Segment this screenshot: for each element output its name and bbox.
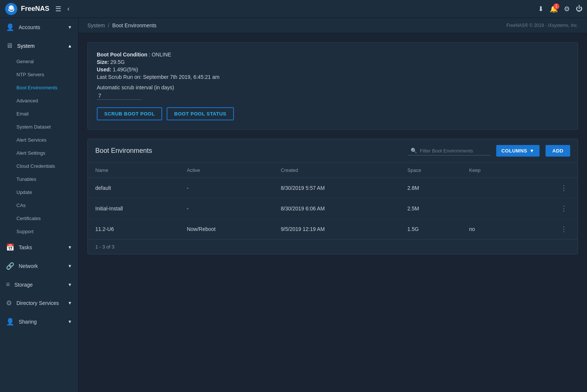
alert-services-label: Alert Services: [16, 137, 46, 143]
scrub-boot-pool-button[interactable]: SCRUB BOOT POOL: [97, 107, 162, 120]
sidebar-item-boot-environments[interactable]: Boot Environments: [0, 81, 78, 94]
directory-services-icon: ⚙: [6, 299, 12, 307]
sharing-icon: 👤: [6, 318, 14, 326]
table-header-row: Name Active Created Space Keep: [88, 163, 578, 178]
boot-pool-condition-value: ONLINE: [152, 52, 171, 58]
general-label: General: [16, 59, 34, 64]
boot-pool-condition-label: Boot Pool Condition: [97, 52, 147, 58]
breadcrumb-current: Boot Environments: [112, 22, 157, 28]
row-1-created: 8/30/2019 5:57 AM: [274, 178, 400, 198]
row-2-menu-button[interactable]: ⋮: [557, 204, 570, 213]
row-1-menu-button[interactable]: ⋮: [557, 183, 570, 193]
sidebar-item-tunables[interactable]: Tunables: [0, 173, 78, 186]
download-icon: ⬇: [538, 5, 544, 13]
breadcrumb: System / Boot Environments: [87, 22, 157, 28]
tasks-icon: 📅: [6, 243, 14, 251]
boot-pool-status-button[interactable]: BOOT POOL STATUS: [167, 107, 234, 120]
sidebar-item-support[interactable]: Support: [0, 225, 78, 238]
sidebar-item-system[interactable]: 🖥 System ▲: [0, 37, 78, 55]
sidebar-storage-label: Storage: [15, 282, 33, 288]
power-button[interactable]: ⏻: [576, 5, 583, 13]
sidebar-item-cloud-credentials[interactable]: Cloud Credentials: [0, 160, 78, 173]
boot-pool-card: Boot Pool Condition : ONLINE Size: 29.5G…: [87, 42, 578, 130]
sidebar-item-alert-services[interactable]: Alert Services: [0, 133, 78, 146]
sidebar-item-certificates[interactable]: Certificates: [0, 212, 78, 225]
certificates-label: Certificates: [16, 216, 41, 221]
boot-environments-section: Boot Environments 🔍 COLUMNS ▼ ADD Name: [87, 139, 578, 254]
row-3-actions: ⋮: [518, 219, 578, 240]
advanced-label: Advanced: [16, 98, 38, 104]
sidebar-item-accounts[interactable]: 👤 Accounts ▼: [0, 18, 78, 37]
directory-services-expand-icon: ▼: [68, 300, 72, 306]
sidebar-item-system-dataset[interactable]: System Dataset: [0, 120, 78, 133]
breadcrumb-parent[interactable]: System: [87, 22, 105, 28]
storage-expand-icon: ▼: [68, 282, 72, 287]
boot-pool-size-label: Size:: [97, 59, 109, 65]
col-space: Space: [400, 163, 461, 178]
scrub-interval-input[interactable]: [97, 92, 142, 100]
table-row: 11.2-U6 Now/Reboot 9/5/2019 12:19 AM 1.5…: [88, 219, 578, 240]
tunables-label: Tunables: [16, 176, 36, 182]
row-3-menu-button[interactable]: ⋮: [557, 224, 570, 234]
sidebar-network-label: Network: [19, 263, 38, 269]
col-keep: Keep: [462, 163, 518, 178]
boot-environments-header: Boot Environments 🔍 COLUMNS ▼ ADD: [88, 139, 578, 163]
sidebar-item-storage[interactable]: ≡ Storage ▼: [0, 275, 78, 294]
sidebar-item-general[interactable]: General: [0, 55, 78, 68]
boot-pool-condition-separator: :: [149, 52, 152, 58]
breadcrumb-bar: System / Boot Environments FreeNAS® © 20…: [78, 18, 587, 33]
cloud-credentials-label: Cloud Credentials: [16, 163, 55, 169]
sidebar: 👤 Accounts ▼ 🖥 System ▲ General NTP Serv…: [0, 18, 78, 392]
copyright-text: FreeNAS® © 2019 - iXsystems, Inc.: [506, 23, 578, 28]
boot-environments-label: Boot Environments: [16, 85, 58, 90]
add-button[interactable]: ADD: [546, 145, 570, 157]
sidebar-item-alert-settings[interactable]: Alert Settings: [0, 146, 78, 160]
search-icon: 🔍: [411, 148, 417, 154]
columns-button[interactable]: COLUMNS ▼: [496, 145, 540, 157]
row-1-keep: [462, 178, 518, 198]
sidebar-item-directory-services[interactable]: ⚙ Directory Services ▼: [0, 294, 78, 312]
row-3-active: Now/Reboot: [179, 219, 274, 240]
email-label: Email: [16, 111, 29, 117]
boot-environments-table: Name Active Created Space Keep default -: [88, 163, 578, 239]
sidebar-item-advanced[interactable]: Advanced: [0, 94, 78, 107]
system-dataset-label: System Dataset: [16, 124, 51, 130]
update-label: Update: [16, 189, 32, 195]
col-actions: [518, 163, 578, 178]
table-row: default - 8/30/2019 5:57 AM 2.8M ⋮: [88, 178, 578, 198]
download-button[interactable]: ⬇: [538, 5, 544, 13]
cas-label: CAs: [16, 203, 26, 208]
row-1-active: -: [179, 178, 274, 198]
topbar: FreeNAS ☰ ‹ ⬇ 🔔 1 ⚙ ⏻: [0, 0, 587, 18]
columns-dropdown-icon: ▼: [529, 148, 534, 154]
columns-label: COLUMNS: [501, 148, 527, 154]
col-name: Name: [88, 163, 179, 178]
back-button[interactable]: ‹: [67, 5, 69, 13]
settings-button[interactable]: ⚙: [564, 5, 570, 13]
sidebar-item-cas[interactable]: CAs: [0, 199, 78, 212]
filter-input[interactable]: [420, 148, 487, 154]
sidebar-item-network[interactable]: 🔗 Network ▼: [0, 257, 78, 275]
row-2-active: -: [179, 198, 274, 219]
row-3-space: 1.5G: [400, 219, 461, 240]
app-name: FreeNAS: [21, 5, 49, 13]
alert-settings-label: Alert Settings: [16, 150, 45, 156]
row-2-space: 2.5M: [400, 198, 461, 219]
row-1-space: 2.8M: [400, 178, 461, 198]
sharing-expand-icon: ▼: [68, 319, 72, 324]
sidebar-item-sharing[interactable]: 👤 Sharing ▼: [0, 312, 78, 331]
sidebar-item-ntp-servers[interactable]: NTP Servers: [0, 68, 78, 81]
storage-icon: ≡: [6, 281, 10, 288]
sidebar-item-update[interactable]: Update: [0, 186, 78, 199]
menu-toggle-button[interactable]: ☰: [55, 5, 61, 13]
boot-pool-last-scrub-row: Last Scrub Run on: September 7th 2019, 6…: [97, 74, 569, 80]
topbar-center: ☰ ‹: [49, 5, 538, 13]
boot-pool-used-row: Used: 1.49G(5%): [97, 67, 569, 72]
notifications-button[interactable]: 🔔 1: [550, 5, 558, 13]
sidebar-item-email[interactable]: Email: [0, 107, 78, 120]
system-collapse-icon: ▲: [68, 43, 72, 49]
table-row: Initial-Install - 8/30/2019 6:06 AM 2.5M…: [88, 198, 578, 219]
tasks-expand-icon: ▼: [68, 245, 72, 250]
sidebar-item-tasks[interactable]: 📅 Tasks ▼: [0, 238, 78, 257]
row-3-created: 9/5/2019 12:19 AM: [274, 219, 400, 240]
